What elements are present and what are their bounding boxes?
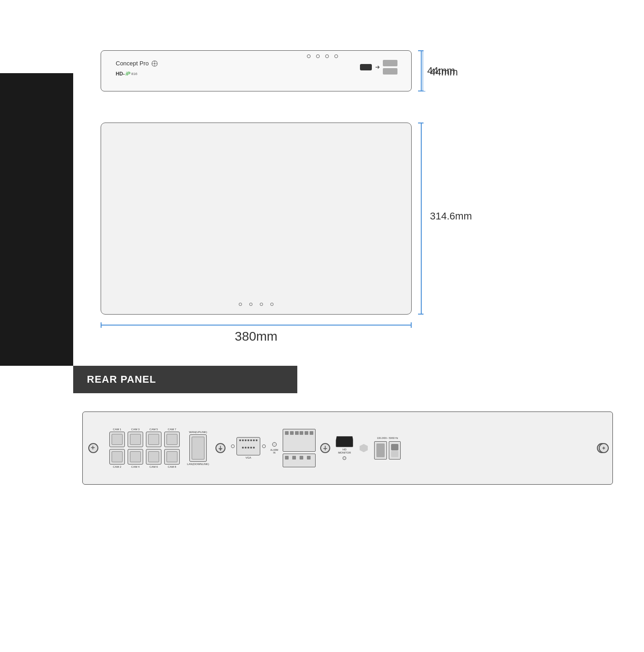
- switch-up: [391, 444, 398, 450]
- terminal-block-bottom: [283, 454, 316, 467]
- blue-tick-top-bottom: [418, 91, 424, 91]
- cam2-label: CAM 2: [109, 465, 125, 468]
- dot-2: [316, 54, 320, 58]
- bottom-dots-row: [239, 303, 274, 306]
- lan-label: LAN(DOWNLINK): [187, 463, 209, 465]
- dim-line-top-top: [423, 50, 423, 91]
- vga-label: VGA: [246, 456, 252, 459]
- ground-screw-icon: [322, 445, 328, 451]
- tick-right: [411, 322, 412, 328]
- cam-bottom-row: [109, 449, 180, 465]
- blue-tick-main-top: [418, 123, 424, 123]
- ground-symbol: [215, 443, 225, 453]
- page-wrapper: Concept Pro HD- iP 816: [0, 0, 644, 652]
- cam-port-6: [146, 449, 161, 465]
- bp1: [285, 456, 289, 460]
- terminal-block-top: [283, 429, 316, 452]
- dim-314mm-text: 314.6mm: [430, 210, 472, 222]
- ground-screw-group: [320, 443, 330, 453]
- vga-h1: [239, 439, 241, 441]
- bdot-2: [249, 303, 252, 306]
- vga-h9: [245, 447, 247, 449]
- cam6-label: CAM 6: [146, 465, 161, 468]
- top-device-box: Concept Pro HD- iP 816: [101, 50, 412, 91]
- dim-bottom-line: [101, 325, 412, 326]
- audio-dot-1: [272, 442, 277, 447]
- dot-4: [334, 54, 338, 58]
- top-device-diagram: Concept Pro HD- iP 816: [101, 50, 412, 91]
- dim-380mm-container: 380mm: [101, 325, 412, 344]
- rear-panel-section: REAR PANEL CAM 1: [0, 366, 644, 393]
- vga-h2: [242, 439, 244, 441]
- cam-top-labels: CAM 1 CAM 3 CAM 5 CAM 7: [109, 428, 180, 431]
- power-button: [360, 64, 372, 70]
- vga-h11: [250, 447, 252, 449]
- rear-panel-header: REAR PANEL: [73, 366, 297, 393]
- cam-port-4: [128, 449, 143, 465]
- ground-icon: [217, 445, 224, 451]
- hdmi-group: HDMONITOR: [336, 436, 353, 460]
- tp4: [300, 431, 303, 435]
- top-dots-row: [307, 54, 338, 58]
- vga-h12: [253, 447, 255, 449]
- bdot-1: [239, 303, 242, 306]
- cam-port-1: [109, 432, 125, 447]
- blue-line-main: [421, 123, 422, 315]
- cam8-label: CAM 8: [164, 465, 180, 468]
- hex-nut-group: [360, 444, 368, 452]
- svg-point-1: [154, 63, 156, 64]
- main-device-box: [101, 123, 412, 315]
- vga-connector: [236, 437, 260, 455]
- symbol-after-wan: [215, 443, 225, 453]
- vga-with-circles: [231, 437, 266, 455]
- model-label: HD- iP 816: [116, 71, 137, 76]
- tp6: [310, 431, 313, 435]
- tp5: [305, 431, 308, 435]
- usb-slot-1: [383, 60, 397, 66]
- rear-panel-title: REAR PANEL: [87, 374, 156, 385]
- brand-label: Concept Pro: [116, 60, 158, 67]
- audio-dot-group: ALARM IN: [270, 442, 278, 454]
- hdmi-dot: [343, 456, 346, 460]
- power-usb-area: [360, 60, 397, 75]
- cam5-label: CAM 5: [146, 428, 161, 431]
- bp2: [292, 456, 296, 460]
- wan-port-inner: [192, 437, 204, 460]
- cam-port-2: [109, 449, 125, 465]
- vga-group: VGA: [231, 437, 266, 459]
- cam4-label: CAM 4: [128, 465, 143, 468]
- cam1-label: CAM 1: [109, 428, 125, 431]
- far-right-screw: [599, 443, 609, 453]
- blue-tick-top-top: [418, 50, 424, 51]
- left-end-screw: [88, 443, 98, 453]
- dim-380mm-label: 380mm: [101, 329, 412, 344]
- alarm-in-label2: IN: [273, 451, 275, 454]
- left-sidebar: [0, 73, 73, 366]
- arrow-icon: [375, 64, 380, 70]
- hdmi-label: HDMONITOR: [338, 448, 351, 454]
- vga-h7: [256, 439, 258, 441]
- terminal-pins-top: [285, 431, 313, 435]
- brand-name: Concept Pro: [116, 60, 149, 67]
- bp4: [307, 456, 311, 460]
- wan-label: WAN(UPLINK): [189, 431, 207, 433]
- tp3: [295, 431, 299, 435]
- hdmi-port: [336, 436, 353, 447]
- bdot-4: [270, 303, 274, 306]
- power-inlet-group: [374, 441, 401, 460]
- terminal-pins-bottom: [285, 456, 313, 460]
- dot-3: [325, 54, 329, 58]
- tick-left: [101, 322, 102, 328]
- blue-tick-main-bottom: [418, 314, 424, 315]
- wan-uplink-group: WAN(UPLINK) LAN(DOWNLINK): [187, 431, 209, 465]
- rear-panel-diagram: CAM 1 CAM 3 CAM 5 CAM 7: [73, 412, 622, 503]
- screw-icon-left: [89, 444, 97, 451]
- ground-screw: [320, 443, 330, 453]
- power-switch: [389, 441, 401, 460]
- vga-h5: [250, 439, 252, 441]
- vga-h4: [247, 439, 249, 441]
- usb-slot-2: [383, 68, 397, 75]
- dot-1: [307, 54, 311, 58]
- bdot-3: [260, 303, 263, 306]
- usb-slots: [383, 60, 397, 75]
